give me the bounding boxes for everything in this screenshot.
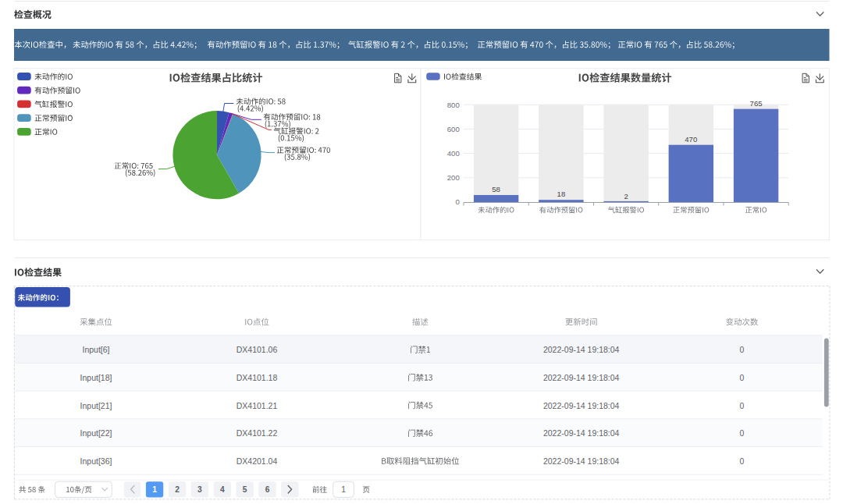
svg-text:Input[21]: Input[21] [80,401,112,410]
svg-text:600: 600 [447,125,460,133]
svg-text:DX4101.06: DX4101.06 [237,345,278,354]
svg-text:1: 1 [152,485,157,494]
svg-text:0: 0 [455,197,459,206]
svg-text:470: 470 [685,135,697,144]
svg-text:DX4101.22: DX4101.22 [237,428,278,438]
svg-text:18: 18 [557,190,566,198]
svg-text:DX4101.21: DX4101.21 [237,401,278,410]
svg-text:2022-09-14 19:18:04: 2022-09-14 19:18:04 [543,428,620,438]
svg-text:2022-09-14 19:18:04: 2022-09-14 19:18:04 [543,401,620,410]
svg-text:800: 800 [447,101,460,109]
svg-text:1: 1 [341,485,346,494]
svg-text:Input[18]: Input[18] [80,373,112,382]
svg-text:200: 200 [447,173,460,182]
svg-text:0: 0 [740,401,745,410]
svg-text:Input[22]: Input[22] [80,428,112,438]
svg-text:58: 58 [492,185,500,193]
svg-text:2: 2 [624,192,628,201]
svg-text:4: 4 [220,485,225,494]
svg-text:2: 2 [175,485,180,494]
svg-text:765: 765 [750,99,763,108]
svg-text:DX4101.18: DX4101.18 [237,373,278,382]
svg-text:0: 0 [740,345,745,354]
svg-text:Input[36]: Input[36] [80,456,112,466]
svg-text:6: 6 [265,485,270,494]
svg-text:DX4201.04: DX4201.04 [237,456,278,466]
svg-text:2022-09-14 19:18:04: 2022-09-14 19:18:04 [543,456,620,466]
svg-text:400: 400 [447,149,460,158]
svg-text:0: 0 [740,428,745,438]
svg-text:3: 3 [197,485,202,494]
svg-text:2022-09-14 19:18:04: 2022-09-14 19:18:04 [543,345,620,354]
svg-text:2022-09-14 19:18:04: 2022-09-14 19:18:04 [543,373,620,382]
svg-text:0: 0 [740,373,745,382]
svg-text:Input[6]: Input[6] [82,345,109,354]
svg-text:5: 5 [243,485,247,494]
svg-text:0: 0 [740,456,745,466]
